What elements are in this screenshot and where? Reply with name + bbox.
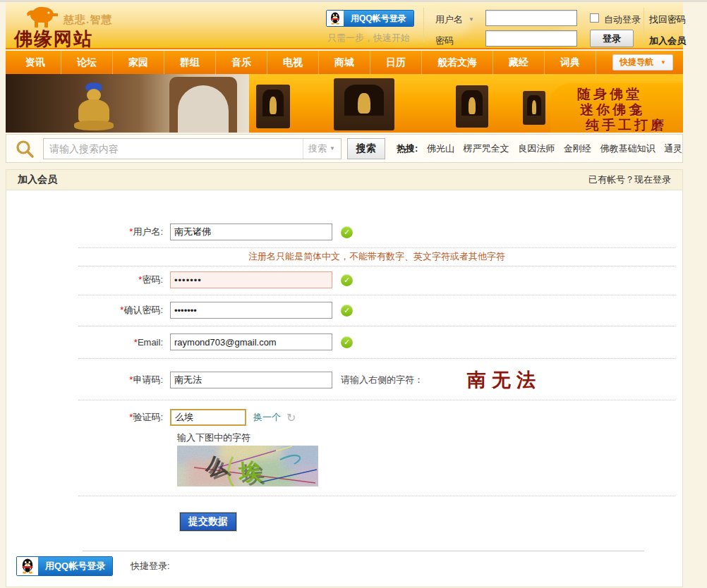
banner-text-panel: 随身佛堂 迷你佛龛 纯手工打磨: [550, 83, 683, 133]
submit-button[interactable]: 提交数据: [180, 513, 236, 531]
hot-search-link[interactable]: 佛教基础知识: [600, 143, 655, 154]
existing-account-link[interactable]: 已有帐号？现在登录: [588, 173, 671, 186]
header-username-input[interactable]: [485, 10, 577, 26]
nav-item-dictionary[interactable]: 词典: [545, 51, 596, 74]
confirm-password-label: *确认密码:: [6, 304, 170, 317]
confirm-password-input[interactable]: [170, 302, 332, 319]
quick-nav-label: 快捷导航: [620, 56, 653, 68]
nav-item-groups[interactable]: 群组: [164, 51, 216, 74]
chevron-down-icon: ▼: [660, 59, 666, 66]
banner-line-3: 纯手工打磨: [586, 117, 683, 133]
join-member-link[interactable]: 加入会员: [649, 35, 686, 47]
dotted-separator: [78, 358, 675, 359]
registration-panel: 加入会员 已有帐号？现在登录 *用户名: ✓ 注册名只能是简体中文，不能带有数字…: [6, 169, 683, 587]
search-input-wrap: 搜索 ▼: [43, 138, 342, 159]
panel-header: 加入会员 已有帐号？现在登录: [6, 170, 682, 190]
registration-form: *用户名: ✓ 注册名只能是简体中文，不能带有数字、英文字符或者其他字符 *密码…: [6, 190, 682, 587]
check-icon: ✓: [341, 226, 353, 238]
nav-item-canon[interactable]: 藏经: [493, 51, 545, 74]
email-input[interactable]: [170, 333, 332, 350]
captcha-label: *验证码:: [6, 411, 170, 424]
qq-quick-login-button[interactable]: 用QQ帐号登录: [16, 556, 113, 576]
nav-item-tv[interactable]: 电视: [267, 51, 319, 74]
qq-login-hint: 只需一步，快速开始: [327, 32, 410, 44]
chevron-down-icon: ▼: [330, 145, 335, 152]
shrine-box-graphic: [456, 85, 488, 128]
quick-login-row: 快捷登录:: [6, 560, 682, 572]
nav-item-news[interactable]: 资讯: [10, 51, 61, 74]
dotted-separator: [78, 326, 675, 326]
horizontal-divider: [83, 551, 644, 551]
main-navigation: 资讯 论坛 家园 群组 音乐 电视 商城 日历 般若文海 藏经 词典 快捷导航 …: [6, 51, 683, 74]
site-slogan: 慈悲.智慧: [64, 13, 112, 27]
username-row: *用户名: ✓: [6, 223, 682, 241]
dotted-separator: [78, 295, 675, 295]
search-button[interactable]: 搜索: [347, 138, 385, 159]
promo-banner[interactable]: 随身佛堂 迷你佛龛 纯手工打磨: [6, 74, 683, 133]
nav-item-music[interactable]: 音乐: [216, 51, 267, 74]
nav-item-scriptures[interactable]: 般若文海: [422, 51, 493, 74]
captcha-below-hint: 输入下图中的字符: [177, 431, 682, 444]
hot-search-link[interactable]: 金刚经: [564, 143, 591, 154]
header-divider: [423, 8, 424, 42]
hot-search-link[interactable]: 佛光山: [427, 143, 454, 154]
hot-search-link[interactable]: 楞严咒全文: [464, 143, 509, 154]
header-password-input[interactable]: [485, 30, 577, 47]
page-column: 慈悲.智慧 佛缘网站 用QQ帐号登录 只需一步，快速开始: [6, 2, 683, 587]
auto-login-checkbox[interactable]: [590, 13, 599, 23]
nav-item-calendar[interactable]: 日历: [370, 51, 422, 74]
qq-penguin-icon: [17, 557, 38, 575]
banner-line-1: 随身佛堂: [577, 86, 683, 102]
apply-code-input[interactable]: [170, 372, 332, 388]
search-input[interactable]: [44, 140, 303, 158]
nav-item-home[interactable]: 家园: [113, 51, 164, 74]
panel-title: 加入会员: [18, 173, 57, 186]
search-scope-dropdown[interactable]: 搜索 ▼: [303, 139, 341, 159]
nav-item-forum[interactable]: 论坛: [61, 51, 113, 74]
buddha-photo: [6, 74, 249, 133]
qq-login-label: 用QQ帐号登录: [344, 11, 413, 26]
dotted-separator: [78, 400, 675, 400]
apply-code-label: *申请码:: [6, 374, 170, 386]
wooden-arch-graphic: [169, 77, 237, 133]
dotted-separator: [78, 266, 675, 267]
apply-code-characters: 南无法: [467, 367, 541, 393]
shrine-box-graphic: [256, 85, 290, 128]
check-icon: ✓: [341, 274, 353, 286]
refresh-icon[interactable]: ↻: [286, 411, 296, 424]
username-input[interactable]: [170, 223, 332, 240]
shrine-box-graphic: [334, 78, 394, 130]
banner-line-2: 迷你佛龛: [580, 102, 683, 117]
quick-nav-button[interactable]: 快捷导航 ▼: [612, 54, 673, 71]
search-scope-label: 搜索: [308, 142, 327, 155]
hot-search-link[interactable]: 良因法师: [518, 143, 555, 154]
site-header: 慈悲.智慧 佛缘网站 用QQ帐号登录 只需一步，快速开始: [6, 2, 683, 49]
captcha-change-link[interactable]: 换一个: [253, 411, 281, 424]
email-row: *Email: ✓: [6, 333, 682, 351]
chevron-down-icon[interactable]: ▼: [469, 16, 474, 23]
nav-item-mall[interactable]: 商城: [319, 51, 370, 74]
dotted-separator: [78, 496, 675, 496]
qq-login-button[interactable]: 用QQ帐号登录: [326, 10, 414, 27]
captcha-image[interactable]: 么 么 埃 埃: [177, 446, 318, 486]
submit-row: 提交数据: [180, 513, 682, 531]
captcha-input[interactable]: [170, 409, 246, 426]
find-password-link[interactable]: 找回密码: [649, 13, 686, 26]
qq-penguin-icon: [327, 11, 344, 26]
check-icon: ✓: [341, 336, 353, 348]
hot-search-label: 热搜:: [397, 143, 418, 154]
username-note: 注册名只能是简体中文，不能带有数字、英文字符或者其他字符: [78, 250, 675, 263]
login-button[interactable]: 登录: [590, 30, 634, 47]
password-input[interactable]: [170, 271, 332, 288]
buddha-statue-graphic: [73, 82, 115, 130]
elephant-logo-icon: [27, 6, 58, 29]
qq-quick-login-label: 用QQ帐号登录: [38, 557, 112, 575]
username-label: *用户名:: [6, 226, 170, 238]
site-name: 佛缘网站: [14, 27, 93, 51]
captcha-row: *验证码: 换一个 ↻: [6, 408, 682, 427]
header-username-label: 用户名: [435, 13, 463, 26]
shrine-box-graphic: [523, 91, 545, 125]
hot-search-link[interactable]: 通灵: [664, 143, 682, 154]
search-section: 搜索 ▼ 搜索 热搜: 佛光山 楞严咒全文 良因法师 金刚经 佛教基础知识 通灵: [6, 134, 683, 163]
search-icon: [15, 139, 35, 159]
